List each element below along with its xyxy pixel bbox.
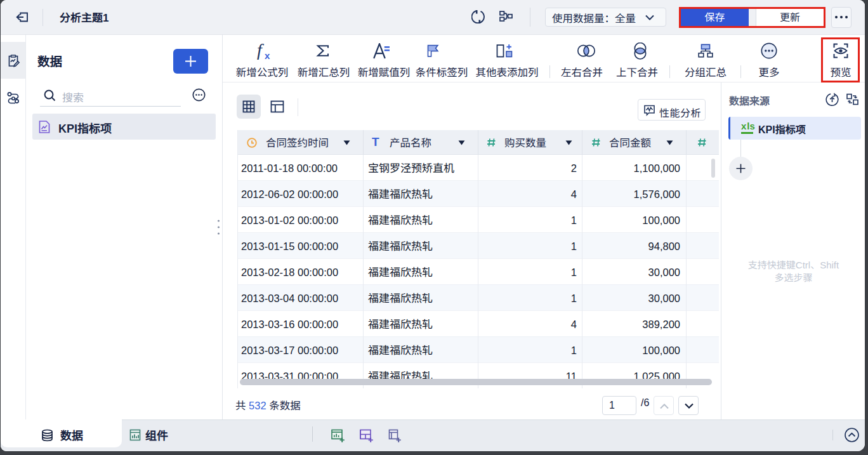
svg-text:x: x [265,50,270,60]
svg-text:f: f [257,42,264,60]
